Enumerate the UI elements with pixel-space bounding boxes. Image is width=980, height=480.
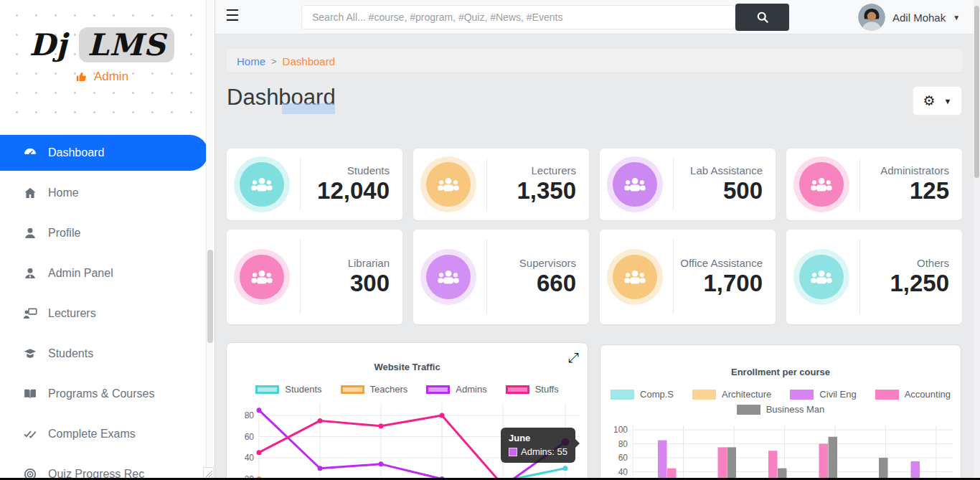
people-icon [240, 162, 284, 207]
search-button[interactable] [735, 4, 789, 31]
breadcrumb: Home > Dashboard [227, 49, 962, 73]
legend-label: Civil Eng [819, 389, 856, 400]
chart-tooltip: June Admins: 55 [501, 428, 575, 463]
tooltip-swatch [509, 448, 517, 456]
icon-halo [234, 156, 290, 212]
stat-value: 12,040 [301, 177, 390, 204]
sidebar-item-quiz-progress[interactable]: Quiz Progress Rec [0, 456, 215, 480]
icon-halo [234, 249, 290, 305]
svg-text:80: 80 [618, 439, 628, 449]
stat-label: Students [301, 164, 390, 178]
sidebar-item-dashboard[interactable]: Dashboard [0, 135, 208, 171]
sidebar-item-label: Programs & Courses [48, 387, 155, 400]
user-menu[interactable]: Adil Mohak ▼ [858, 4, 960, 31]
website-traffic-card: ⤢ Website Traffic StudentsTeachersAdmins… [226, 342, 588, 480]
svg-text:60: 60 [618, 453, 628, 463]
expand-icon[interactable]: ⤢ [568, 350, 579, 366]
legend-swatch [875, 390, 899, 400]
legend-label: Admins [456, 384, 486, 395]
legend-item-Comp.S[interactable]: Comp.S [611, 389, 674, 400]
lecturer-board-icon [23, 306, 37, 321]
legend-swatch [506, 385, 529, 394]
app-logo: Dj LMS [0, 0, 204, 62]
legend-swatch [255, 385, 279, 394]
legend-item-Business Man[interactable]: Business Man [737, 404, 825, 415]
stat-card-office-assistance: Office Assistance1,700 [600, 230, 776, 324]
sidebar-item-home[interactable]: Home [0, 175, 215, 211]
tooltip-caret [575, 439, 580, 448]
legend-item-Architecture[interactable]: Architecture [692, 389, 771, 400]
legend-label: Architecture [722, 389, 771, 400]
admin-label: Admin [94, 70, 128, 84]
stat-card-students: Students12,040 [227, 149, 402, 220]
line-chart-legend: StudentsTeachersAdminsStuffs [227, 384, 588, 395]
stat-value: 1,250 [860, 270, 949, 297]
stat-label: Administrators [860, 164, 949, 178]
enrollment-card: Enrollment per course Comp.SArchitecture… [600, 344, 961, 480]
stat-label: Librarian [301, 257, 390, 270]
people-icon [426, 162, 471, 207]
stat-value: 300 [301, 270, 390, 297]
sidebar-item-label: Students [48, 347, 93, 360]
double-check-icon [23, 427, 37, 441]
stat-value: 1,350 [487, 177, 576, 204]
legend-item-Students[interactable]: Students [255, 384, 321, 395]
stat-value: 660 [487, 270, 576, 297]
breadcrumb-current: Dashboard [283, 55, 335, 67]
stat-card-lecturers: Lecturers1,350 [413, 149, 589, 220]
svg-text:80: 80 [245, 410, 255, 420]
breadcrumb-separator: > [271, 56, 277, 67]
legend-item-Admins[interactable]: Admins [426, 384, 486, 395]
logo-dj: Dj [29, 27, 68, 62]
legend-item-Stuffs[interactable]: Stuffs [506, 384, 559, 395]
chevron-down-icon: ▼ [944, 97, 952, 105]
sidebar-item-label: Complete Exams [48, 428, 136, 441]
sidebar-item-profile[interactable]: Profile [0, 215, 215, 251]
sidebar-item-complete-exams[interactable]: Complete Exams [0, 416, 215, 452]
sidebar-item-programs-courses[interactable]: Programs & Courses [0, 376, 215, 412]
settings-button[interactable]: ⚙ ▼ [913, 86, 962, 116]
legend-label: Accounting [905, 389, 951, 400]
sidebar-item-students[interactable]: Students [0, 336, 215, 372]
resize-handle[interactable] [203, 467, 214, 479]
sidebar-scrollbar[interactable] [206, 0, 213, 467]
logo-lms: LMS [79, 27, 174, 62]
icon-halo [420, 156, 476, 212]
stat-label: Office Assistance [674, 257, 763, 270]
legend-item-Civil Eng[interactable]: Civil Eng [790, 389, 856, 400]
topbar: ☰ Adil Mohak ▼ [215, 0, 974, 34]
legend-label: Comp.S [640, 389, 674, 400]
sidebar-item-lecturers[interactable]: Lecturers [0, 296, 215, 331]
admin-link[interactable]: Admin [0, 70, 204, 84]
legend-swatch [737, 405, 760, 415]
graduate-icon [23, 347, 37, 361]
sidebar-item-label: Admin Panel [48, 267, 113, 280]
gear-icon: ⚙ [923, 94, 936, 108]
icon-halo [607, 156, 663, 212]
sidebar-item-admin-panel[interactable]: Admin Panel [0, 255, 215, 291]
sidebar-item-label: Lecturers [48, 307, 96, 320]
svg-text:40: 40 [245, 453, 255, 463]
legend-swatch [790, 390, 814, 400]
sidebar-scrollbar-thumb[interactable] [207, 250, 213, 343]
open-book-icon [23, 387, 37, 401]
window-scrollbar-thumb[interactable] [974, 6, 979, 178]
bar-chart-legend-row2: Business Man [600, 404, 961, 415]
stat-value: 125 [860, 177, 949, 204]
svg-text:60: 60 [245, 432, 255, 442]
hamburger-menu-icon[interactable]: ☰ [225, 8, 240, 24]
text-selection-highlight [282, 103, 335, 114]
search-input[interactable] [301, 5, 735, 29]
people-icon [799, 255, 844, 299]
person-icon [23, 226, 37, 240]
window-scrollbar[interactable] [974, 0, 980, 480]
sidebar-item-label: Home [48, 187, 79, 199]
thumbs-up-icon [75, 70, 88, 83]
people-icon [613, 162, 657, 207]
stat-cards-row-2: Librarian300 Supervisors660 Office Assis… [227, 230, 962, 324]
legend-label: Students [285, 384, 321, 395]
chart-title: Enrollment per course [600, 367, 961, 377]
breadcrumb-home-link[interactable]: Home [237, 55, 265, 67]
legend-item-Teachers[interactable]: Teachers [341, 384, 408, 395]
legend-item-Accounting[interactable]: Accounting [875, 389, 951, 400]
